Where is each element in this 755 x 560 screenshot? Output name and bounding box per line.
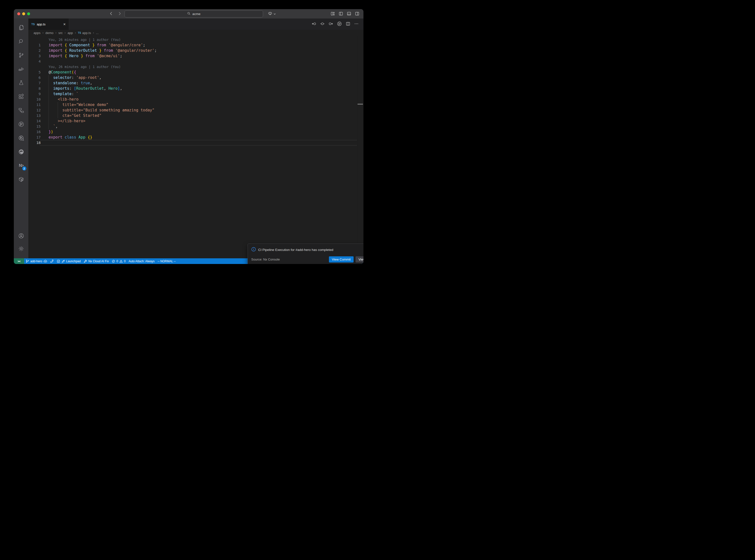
code-row[interactable]: 6 selector: 'app-root', [28, 75, 363, 80]
line-content: <lib-hero [41, 97, 78, 102]
code-row[interactable]: 4 [28, 59, 363, 64]
breadcrumb-item-app[interactable]: app [67, 31, 73, 35]
notification-source: Source: Nx Console [251, 258, 327, 261]
line-content: selector: 'app-root', [41, 75, 102, 80]
toggle-primary-sidebar-icon[interactable] [339, 12, 343, 17]
remote-indicator[interactable]: >< [14, 258, 24, 264]
line-content [41, 140, 48, 145]
tab-close-icon[interactable]: ✕ [63, 22, 66, 26]
line-content: ></lib-hero> [41, 118, 85, 124]
forward-icon[interactable] [117, 11, 122, 16]
line-content: }) [41, 129, 53, 135]
line-content [41, 59, 48, 64]
nx-console-icon[interactable]: N> 2 [18, 162, 24, 169]
customize-layout-icon[interactable] [331, 12, 335, 17]
code-row[interactable]: 11 title="Welcmoe demo" [28, 102, 363, 107]
changes-icon[interactable] [320, 22, 324, 27]
settings-gear-icon[interactable] [18, 245, 24, 252]
chevron-down-icon[interactable] [274, 12, 276, 16]
code-row[interactable]: 5@Component({ [28, 69, 363, 75]
split-editor-icon[interactable] [346, 22, 350, 27]
tab-app-ts[interactable]: TS app.ts ✕ [28, 19, 69, 30]
line-number: 7 [28, 80, 41, 86]
explorer-icon[interactable] [18, 24, 24, 31]
previous-change-icon[interactable] [312, 22, 316, 27]
line-number: 2 [28, 48, 41, 53]
notification-message: CI Pipeline Execution for #add-hero has … [258, 248, 363, 252]
breadcrumb-separator: › [75, 31, 76, 35]
blame-annotation-row[interactable]: You, 26 minutes ago | 1 author (You) [28, 37, 363, 42]
breadcrumb-item-[interactable]: ... [96, 31, 99, 35]
titlebar: acme [14, 9, 363, 19]
code-row[interactable]: 3import { Hero } from '@acme/ui'; [28, 53, 363, 59]
copilot-icon[interactable] [268, 11, 273, 17]
nx-cloud-ai-fix-item[interactable]: Nx Cloud AI Fix [82, 260, 110, 263]
code-row[interactable]: 16}) [28, 129, 363, 135]
source-control-graph-icon[interactable] [337, 21, 342, 27]
line-content: import { Component } from '@angular/core… [41, 42, 145, 48]
breadcrumb-item-apps[interactable]: apps [34, 31, 40, 35]
tab-label: app.ts [37, 22, 45, 26]
typescript-file-icon: TS [78, 32, 81, 34]
more-actions-icon[interactable] [354, 22, 358, 27]
code-row[interactable]: 9 template: ` [28, 91, 363, 97]
next-change-icon[interactable] [329, 22, 333, 27]
view-commit-button[interactable]: View Commit [329, 256, 354, 262]
extensions-icon[interactable] [18, 94, 24, 100]
code-row[interactable]: 14 ></lib-hero> [28, 118, 363, 124]
breadcrumb-item-appts[interactable]: TSapp.ts [78, 31, 91, 35]
view-results-button[interactable]: View Results [356, 256, 363, 262]
minimize-window-button[interactable] [22, 12, 25, 15]
code-row[interactable]: 7 standalone: true, [28, 80, 363, 86]
code-row[interactable]: 17export class App {} [28, 135, 363, 140]
account-icon[interactable] [18, 233, 24, 239]
code-row[interactable]: 15 `, [28, 124, 363, 129]
line-number: 18 [28, 140, 41, 145]
typescript-file-icon: TS [31, 23, 35, 26]
auto-attach-item[interactable]: Auto Attach: Always [127, 260, 156, 263]
code-editor[interactable]: You, 26 minutes ago | 1 author (You)1imp… [28, 36, 363, 258]
code-row[interactable]: 8 imports: [RouterOutlet, Hero], [28, 86, 363, 91]
line-number: 10 [28, 97, 41, 102]
breadcrumb-item-demo[interactable]: demo [45, 31, 54, 35]
hierarchy-view-icon[interactable] [18, 107, 24, 114]
problems-item[interactable]: 0 0 [110, 260, 127, 263]
testing-icon[interactable] [18, 80, 24, 86]
branch-name: add-hero [30, 260, 42, 263]
search-icon [187, 12, 191, 16]
git-branch-item[interactable]: add-hero [24, 259, 48, 263]
launchpad-item[interactable]: Launchpad [55, 260, 82, 263]
code-row[interactable]: 18 [28, 140, 363, 145]
close-window-button[interactable] [17, 12, 20, 15]
code-row[interactable]: 13 cta="Get Started" [28, 113, 363, 118]
breadcrumb-item-src[interactable]: src [58, 31, 63, 35]
line-number: 6 [28, 75, 41, 80]
code-row[interactable]: 2import { RouterOutlet } from '@angular/… [28, 48, 363, 53]
code-row[interactable]: 12 subtitle="Build something amazing tod… [28, 107, 363, 113]
back-icon[interactable] [109, 11, 114, 16]
line-number: 9 [28, 91, 41, 97]
containers-icon[interactable] [18, 176, 24, 183]
run-and-debug-icon[interactable] [18, 66, 24, 72]
edge-tools-icon[interactable] [18, 148, 24, 155]
toggle-secondary-sidebar-icon[interactable] [355, 12, 359, 17]
line-number: 15 [28, 124, 41, 129]
error-count: 0 [116, 260, 118, 263]
source-control-icon[interactable] [18, 52, 24, 58]
command-center-search[interactable]: acme [124, 11, 263, 18]
code-row[interactable]: 1import { Component } from '@angular/cor… [28, 42, 363, 48]
line-number: 17 [28, 135, 41, 140]
blame-annotation-row[interactable]: You, 26 minutes ago | 1 author (You) [28, 64, 363, 69]
search-view-icon[interactable] [18, 38, 24, 45]
commit-graph-item[interactable] [48, 259, 55, 263]
toggle-panel-icon[interactable] [347, 12, 351, 17]
line-content: import { RouterOutlet } from '@angular/r… [41, 48, 157, 53]
vim-mode-item[interactable]: -- NORMAL -- [156, 260, 177, 263]
gitlens-icon[interactable] [18, 121, 24, 127]
code-row[interactable]: 10 <lib-hero [28, 97, 363, 102]
line-number: 1 [28, 42, 41, 48]
line-content: You, 26 minutes ago | 1 author (You) [41, 37, 121, 42]
zoom-window-button[interactable] [27, 12, 30, 15]
gitlens-search-icon[interactable] [18, 135, 24, 141]
line-number: 11 [28, 102, 41, 107]
